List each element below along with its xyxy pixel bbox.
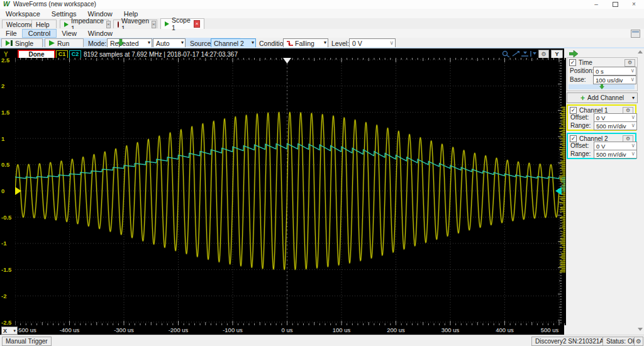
tab-help[interactable]: Help [31, 20, 57, 28]
zoom-fit-icon[interactable] [512, 50, 520, 57]
channel2-offset-select[interactable]: 0 V ∨ [594, 142, 637, 150]
sidebar-background [564, 48, 644, 335]
scope-menubar: File Control View Window [0, 29, 644, 38]
y-tick-label: -1 [1, 240, 6, 247]
chevron-down-icon: ∨ [631, 150, 635, 157]
titlebar: W WaveForms (new workspace) – × [0, 0, 644, 9]
base-select[interactable]: 100 us/div ∨ [593, 75, 636, 84]
chevron-down-icon: ▾ [324, 40, 326, 45]
position-label: Position: [570, 67, 594, 74]
menu-file[interactable]: File [0, 30, 23, 37]
tab-close-icon[interactable]: × [152, 21, 156, 28]
x-axis-labels: -500 us-400 us-300 us-200 us-100 us0 us1… [0, 325, 564, 335]
x-axis-button-label: X [3, 328, 7, 334]
channel2-panel: ✓ Channel 2 ⚙ Offset: 0 V ∨ Range: 500 m… [567, 133, 636, 159]
trigger-down-arrow-icon [117, 39, 125, 46]
condition-select[interactable]: Falling ▾ [283, 38, 328, 48]
channel1-range-select[interactable]: 500 mV/div ∨ [594, 121, 637, 130]
chevron-down-icon: ∨ [630, 67, 635, 74]
offset-label: Offset: [570, 142, 589, 149]
offset-label: Offset: [570, 114, 589, 121]
chevron-down-icon[interactable]: ▾ [632, 95, 635, 101]
mode-select[interactable]: Repeated ▾ [107, 38, 152, 48]
tab-welcome[interactable]: Welcome + [2, 20, 32, 28]
play-icon [165, 21, 169, 26]
y-tick-label: 2 [1, 82, 4, 89]
tab-close-icon[interactable]: × [106, 21, 111, 28]
chevron-down-icon: ∨ [630, 76, 635, 82]
trigger-mode-value: Auto [156, 40, 170, 47]
x-tick-label: 100 us [323, 326, 360, 333]
level-input[interactable]: 0 V ∨ [349, 38, 396, 48]
plus-icon: + [580, 95, 585, 101]
chevron-down-icon: ▾ [252, 40, 254, 45]
y-tick-label: -0.5 [1, 214, 11, 221]
run-button[interactable]: Run [45, 38, 84, 48]
manual-trigger-button[interactable]: Manual Trigger [2, 337, 52, 346]
tab-wavegen[interactable]: Wavegen 1 × [113, 20, 157, 28]
level-label: Level: [331, 40, 349, 47]
tab-label: Welcome [6, 21, 34, 28]
minimize-button[interactable]: – [587, 0, 605, 9]
position-select[interactable]: 0 s ∨ [593, 67, 636, 75]
channel2-checkbox[interactable]: ✓ [570, 135, 577, 142]
y-axis-labels: 2.521.510.50-0.5-1-1.5-2-2.5 [1, 58, 14, 325]
single-button[interactable]: Single [1, 38, 43, 48]
condition-value: Falling [295, 40, 314, 47]
app-logo-icon: W [3, 0, 9, 8]
zoom-icon[interactable] [502, 50, 510, 57]
zoom-height-icon[interactable] [530, 50, 538, 57]
channel1-checkbox[interactable]: ✓ [570, 107, 577, 114]
tab-label: Help [36, 21, 50, 28]
float-window-icon[interactable] [631, 30, 640, 38]
time-checkbox[interactable]: ✓ [569, 59, 576, 66]
menu-workspace[interactable]: Workspace [0, 10, 46, 18]
range-label: Range: [570, 150, 591, 157]
tab-impedance[interactable]: Impedance 1 × [60, 20, 109, 28]
source-select[interactable]: Channel 2 ▾ [211, 38, 256, 48]
menu-control[interactable]: Control [23, 30, 56, 37]
x-axis-button[interactable]: X ▾ [1, 326, 18, 335]
x-tick-label: -100 us [214, 326, 252, 333]
chevron-down-icon: ∨ [631, 142, 635, 148]
offset-value: 0 V [596, 143, 605, 150]
channel1-panel: ✓ Channel 1 ⚙ Offset: 0 V ∨ Range: 500 m… [567, 104, 636, 131]
close-button[interactable]: × [625, 0, 643, 9]
y-tick-label: -2 [1, 293, 6, 299]
menu-window2[interactable]: Window [82, 30, 118, 37]
time-gear-icon[interactable]: ⚙ [625, 59, 635, 67]
y-tick-label: 0.5 [1, 161, 9, 168]
channel1-offset-select[interactable]: 0 V ∨ [594, 113, 637, 122]
x-tick-label: -400 us [51, 326, 89, 333]
source-label: Source: [190, 40, 213, 47]
zoom-width-icon[interactable] [521, 50, 529, 57]
time-panel: ✓ Time ⚙ Position: 0 s ∨ Base: 100 us/di… [567, 57, 638, 91]
tab-close-icon[interactable]: × [194, 20, 200, 28]
add-channel-button[interactable]: + Add Channel ▾ [567, 92, 638, 103]
x-tick-label: -500 us [16, 326, 36, 333]
chevron-down-icon: ▾ [181, 40, 184, 45]
restore-icon [613, 2, 618, 7]
chevron-down-icon: ▾ [13, 328, 16, 333]
y-tick-label: 2.5 [1, 57, 9, 64]
y-tick-label: 0 [1, 187, 4, 194]
x-tick-label: -200 us [160, 326, 197, 333]
range-value: 500 mV/div [596, 123, 626, 130]
menu-view[interactable]: View [56, 30, 82, 37]
maximize-button[interactable] [606, 0, 624, 9]
channel2-range-select[interactable]: 500 mV/div ∨ [594, 150, 637, 159]
x-tick-label: 400 us [486, 326, 524, 333]
source-value: Channel 2 [214, 40, 244, 47]
status-gear-icon[interactable]: ⚙ [634, 337, 643, 346]
base-value: 100 us/div [596, 77, 623, 84]
scope-plot[interactable] [15, 58, 566, 325]
sidebar-scroll-up[interactable] [638, 50, 643, 53]
run-label: Run [57, 40, 69, 47]
sidebar-scroll-down[interactable] [638, 328, 643, 331]
trigger-mode-select[interactable]: Auto ▾ [153, 38, 186, 48]
time-down-arrow-icon [599, 84, 605, 89]
position-value: 0 s [596, 68, 604, 75]
x-tick-label: 200 us [377, 326, 415, 333]
tab-scope[interactable]: Scope 1 × [160, 18, 204, 29]
tab-label: Scope 1 [172, 16, 191, 31]
